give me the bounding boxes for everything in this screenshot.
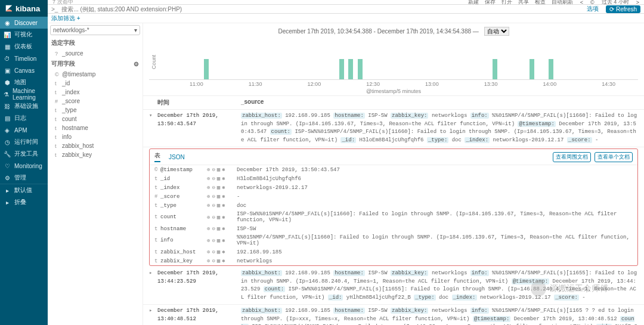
doc-source: zabbix_host: 192.168.99.185 hostname: IS… bbox=[241, 112, 638, 144]
nav-canvas[interactable]: ▣Canvas bbox=[0, 64, 48, 76]
exists-icon[interactable]: ✱ bbox=[222, 214, 225, 221]
filter-for-icon[interactable]: ⊕ bbox=[207, 193, 210, 200]
view-surrounding-button[interactable]: 查看周围文档 bbox=[553, 152, 591, 162]
filter-for-icon[interactable]: ⊕ bbox=[207, 202, 210, 209]
field-item[interactable]: tinfo bbox=[48, 132, 143, 141]
tab-table[interactable]: 表 bbox=[154, 151, 160, 162]
exists-icon[interactable]: ✱ bbox=[222, 166, 225, 173]
filter-for-icon[interactable]: ⊕ bbox=[207, 166, 210, 173]
toggle-column-icon[interactable]: ▦ bbox=[217, 258, 220, 264]
nav-管理[interactable]: ⚙管理 bbox=[0, 172, 48, 184]
chart-bar[interactable] bbox=[358, 59, 363, 80]
index-pattern-select[interactable]: networklogs-* ▾ bbox=[50, 25, 140, 35]
chart-xlabel: @timestamp/5 minutes bbox=[149, 88, 638, 94]
view-single-button[interactable]: 查看单个文档 bbox=[595, 152, 633, 162]
field-item[interactable]: tzabbix_host bbox=[48, 141, 143, 150]
nav-timelion[interactable]: ⏱Timelion bbox=[0, 52, 48, 64]
exists-icon[interactable]: ✱ bbox=[222, 184, 225, 191]
field-item[interactable]: #_score bbox=[48, 97, 143, 106]
filter-out-icon[interactable]: ⊖ bbox=[212, 202, 215, 209]
doc-row: ▾December 17th 2019, 13:50:43.547zabbix_… bbox=[143, 110, 644, 147]
source-column-header[interactable]: _source bbox=[241, 98, 638, 107]
filter-for-icon[interactable]: ⊕ bbox=[207, 175, 210, 182]
nav-可视化[interactable]: 📊可视化 bbox=[0, 29, 48, 41]
nav-默认值[interactable]: ▸默认值 bbox=[0, 184, 48, 196]
toggle-column-icon[interactable]: ▦ bbox=[217, 214, 220, 221]
field-item[interactable]: t_index bbox=[48, 88, 143, 97]
field-item[interactable]: tcount bbox=[48, 114, 143, 123]
expand-toggle[interactable]: ▸ bbox=[149, 307, 157, 325]
toggle-column-icon[interactable]: ▦ bbox=[217, 249, 220, 255]
chevron-down-icon: ▾ bbox=[134, 27, 137, 33]
exists-icon[interactable]: ✱ bbox=[222, 237, 225, 244]
field-item[interactable]: ?_source bbox=[48, 49, 143, 58]
kibana-logo[interactable]: kibana bbox=[0, 0, 48, 17]
filter-out-icon[interactable]: ⊖ bbox=[212, 214, 215, 221]
doc-row: ▸December 17th 2019, 13:40:48.512zabbix_… bbox=[143, 305, 644, 325]
field-item[interactable]: ©@timestamp bbox=[48, 70, 143, 79]
nav-运行时间[interactable]: ◷运行时间 bbox=[0, 136, 48, 148]
exists-icon[interactable]: ✱ bbox=[222, 175, 225, 182]
toggle-column-icon[interactable]: ▦ bbox=[217, 225, 220, 232]
exists-icon[interactable]: ✱ bbox=[222, 258, 225, 264]
field-item[interactable]: tzabbix_key bbox=[48, 150, 143, 159]
nav-折叠[interactable]: ▸折叠 bbox=[0, 196, 48, 208]
filter-for-icon[interactable]: ⊕ bbox=[207, 184, 210, 191]
filter-for-icon[interactable]: ⊕ bbox=[207, 249, 210, 255]
xtick: 13:30 bbox=[484, 81, 498, 87]
nav-日志[interactable]: ▤日志 bbox=[0, 112, 48, 124]
field-item[interactable]: t_id bbox=[48, 79, 143, 88]
exists-icon[interactable]: ✱ bbox=[222, 225, 225, 232]
filter-out-icon[interactable]: ⊖ bbox=[212, 166, 215, 173]
time-column-header[interactable]: 时间 bbox=[157, 98, 241, 107]
toggle-column-icon[interactable]: ▦ bbox=[217, 166, 220, 173]
exists-icon[interactable]: ✱ bbox=[222, 249, 225, 255]
add-filter-button[interactable]: 添加筛选 + bbox=[51, 14, 80, 23]
xtick: 12:00 bbox=[308, 81, 321, 87]
nav-machine learning[interactable]: ⚗Machine Learning bbox=[0, 88, 48, 100]
toggle-column-icon[interactable]: ▦ bbox=[217, 184, 220, 191]
filter-for-icon[interactable]: ⊕ bbox=[207, 237, 210, 244]
chart-bar[interactable] bbox=[549, 59, 553, 80]
nav-基础设施[interactable]: ⛓基础设施 bbox=[0, 100, 48, 112]
filter-out-icon[interactable]: ⊖ bbox=[212, 225, 215, 232]
field-item[interactable]: t_type bbox=[48, 106, 143, 114]
filter-out-icon[interactable]: ⊖ bbox=[212, 175, 215, 182]
chart-bar[interactable] bbox=[493, 59, 497, 80]
filter-out-icon[interactable]: ⊖ bbox=[212, 258, 215, 264]
chart-bar[interactable] bbox=[530, 59, 534, 80]
filter-out-icon[interactable]: ⊖ bbox=[212, 193, 215, 200]
filter-for-icon[interactable]: ⊕ bbox=[207, 214, 210, 221]
nav-discover[interactable]: ◉Discover bbox=[0, 17, 48, 29]
filter-out-icon[interactable]: ⊖ bbox=[212, 237, 215, 244]
tab-json[interactable]: JSON bbox=[169, 154, 185, 160]
exists-icon[interactable]: ✱ bbox=[222, 202, 225, 209]
nav-地图[interactable]: ⬢地图 bbox=[0, 76, 48, 88]
toggle-column-icon[interactable]: ▦ bbox=[217, 193, 220, 200]
filter-for-icon[interactable]: ⊕ bbox=[207, 258, 210, 264]
interval-select[interactable]: 自动 bbox=[484, 27, 509, 36]
nav-apm[interactable]: ◈APM bbox=[0, 124, 48, 136]
toggle-column-icon[interactable]: ▦ bbox=[217, 175, 220, 182]
nav-仪表板[interactable]: ▦仪表板 bbox=[0, 41, 48, 52]
field-item[interactable]: thostname bbox=[48, 123, 143, 132]
expand-toggle[interactable]: ▾ bbox=[149, 112, 157, 144]
chart-bar[interactable] bbox=[348, 59, 353, 80]
toggle-column-icon[interactable]: ▦ bbox=[217, 202, 220, 209]
chart-bar[interactable] bbox=[339, 59, 344, 80]
filter-for-icon[interactable]: ⊕ bbox=[207, 225, 210, 232]
toggle-column-icon[interactable]: ▦ bbox=[217, 237, 220, 244]
gear-icon[interactable]: ⚙ bbox=[134, 61, 139, 67]
chart-bar[interactable] bbox=[204, 59, 209, 80]
expand-toggle[interactable]: ▸ bbox=[149, 270, 157, 302]
refresh-button[interactable]: ⟳ Refresh bbox=[606, 5, 640, 13]
exists-icon[interactable]: ✱ bbox=[222, 193, 225, 200]
nav-icon: ◈ bbox=[4, 127, 11, 134]
nav-monitoring[interactable]: ♡Monitoring bbox=[0, 160, 48, 172]
filter-out-icon[interactable]: ⊖ bbox=[212, 184, 215, 191]
expanded-field-row: t_type⊕⊖▦✱doc bbox=[150, 201, 637, 210]
nav-开发工具[interactable]: 🔧开发工具 bbox=[0, 148, 48, 160]
filter-out-icon[interactable]: ⊖ bbox=[212, 249, 215, 255]
xtick: 14:30 bbox=[602, 81, 615, 87]
options-link[interactable]: 选项 bbox=[587, 5, 603, 13]
